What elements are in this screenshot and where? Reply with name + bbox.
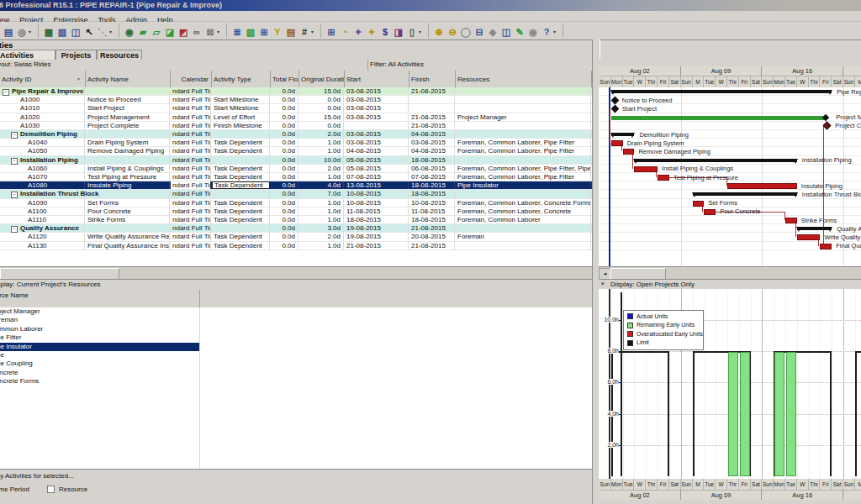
group-row[interactable]: ndard Full Time0.0d2.0d03-08-201504-08-2… bbox=[0, 130, 592, 139]
add-row-icon[interactable]: ▰ bbox=[136, 26, 150, 39]
horizontal-split-icon[interactable]: ⊟ bbox=[473, 26, 486, 39]
progress-spotlight-icon[interactable]: ✦ bbox=[351, 26, 365, 39]
paste-icon[interactable]: ◪ bbox=[163, 26, 177, 39]
table-row[interactable]: A1130Final Quality Assurance Inspectionn… bbox=[0, 242, 592, 250]
bars-settings-icon[interactable]: ▤ bbox=[284, 26, 298, 39]
gantt-task-bar[interactable] bbox=[820, 244, 832, 249]
collapse-icon[interactable]: − bbox=[11, 192, 18, 198]
column-header-total-float[interactable]: Total Float bbox=[271, 71, 299, 87]
table-row[interactable]: A1060Install Piping & Couplingsndard Ful… bbox=[0, 165, 592, 173]
resource-column-header[interactable]: Resource Name bbox=[0, 290, 592, 308]
dropdown-arrow-icon[interactable]: ▾ bbox=[553, 24, 559, 34]
gantt-summary-bar[interactable] bbox=[693, 192, 797, 196]
dropdown-arrow-icon[interactable]: ▾ bbox=[311, 24, 317, 34]
table-row[interactable]: A1120Write Quality Assurance Reportndard… bbox=[0, 233, 592, 241]
print-preview-icon[interactable]: ◎ bbox=[15, 26, 29, 39]
table-row[interactable]: A1080Insulate Pipingndard Full TimeTask … bbox=[0, 181, 592, 190]
resource-row[interactable]: Project Manager bbox=[0, 307, 592, 316]
collapse-icon[interactable]: − bbox=[11, 158, 18, 165]
vertical-split-icon[interactable]: ◫ bbox=[499, 26, 513, 39]
collapse-icon[interactable]: − bbox=[11, 132, 18, 139]
open-layout-icon[interactable]: ▤ bbox=[2, 26, 15, 39]
activity-table-icon[interactable]: ▦ bbox=[42, 26, 55, 39]
gantt-summary-bar[interactable] bbox=[797, 227, 832, 230]
network-view-icon[interactable]: ◫ bbox=[69, 26, 82, 39]
table-row[interactable]: A1000Notice to Proceedndard Full TimeSta… bbox=[0, 96, 592, 104]
gantt-summary-bar[interactable] bbox=[611, 90, 832, 93]
group-row[interactable]: ndard Full Time0.0d3.0d19-08-201521-08-2… bbox=[0, 224, 592, 233]
column-header-calendar[interactable]: Calendar bbox=[171, 71, 212, 87]
clock-icon[interactable]: ◔ bbox=[338, 26, 351, 39]
dropdown-arrow-icon[interactable]: ▾ bbox=[29, 24, 34, 34]
gantt-timescale[interactable]: Aug 02SunMonTueWThrFriSatAug 09SunMTueWT… bbox=[599, 66, 861, 87]
group-row[interactable]: ndard Full Time0.0d10.0d05-08-201518-08-… bbox=[0, 156, 592, 165]
zoom-in-icon[interactable]: ⊕ bbox=[432, 26, 446, 39]
filter-funnel-icon[interactable]: ▼ bbox=[77, 76, 81, 81]
gantt-task-bar[interactable] bbox=[704, 209, 716, 215]
histogram-timescale[interactable]: Aug 02SunMonTueWThrFriSatAug 09SunMTueWT… bbox=[599, 479, 861, 500]
column-header-finish[interactable]: Finish bbox=[409, 71, 456, 87]
find-icon[interactable]: ◉ bbox=[123, 26, 136, 39]
dropdown-arrow-icon[interactable]: ▾ bbox=[109, 24, 115, 34]
dropdown-arrow-icon[interactable]: ▾ bbox=[217, 24, 223, 34]
column-header-start[interactable]: Start bbox=[345, 71, 409, 87]
resource-row[interactable]: Pipe bbox=[0, 351, 592, 360]
costs-icon[interactable]: $ bbox=[378, 26, 392, 39]
filter-funnel-icon[interactable]: Y bbox=[271, 26, 284, 39]
resource-row[interactable]: Common Laborer bbox=[0, 325, 592, 333]
help-icon[interactable]: ? bbox=[540, 26, 553, 39]
column-header-original-duration[interactable]: Original Duration bbox=[299, 71, 345, 87]
column-header-activity-id[interactable]: Activity ID▼ bbox=[0, 71, 86, 87]
gantt-task-bar[interactable] bbox=[611, 140, 623, 146]
focus-icon[interactable]: ◈ bbox=[486, 26, 499, 39]
collapse-icon[interactable]: − bbox=[11, 226, 18, 233]
column-header-activity-type[interactable]: Activity Type bbox=[212, 71, 271, 87]
media-icon[interactable]: ⊠ bbox=[203, 26, 217, 39]
zoom-out-icon[interactable]: ⊖ bbox=[446, 26, 459, 39]
resource-row[interactable]: Foreman bbox=[0, 316, 592, 324]
gantt-task-bar[interactable] bbox=[727, 183, 797, 189]
resource-row[interactable]: Concrete Forms bbox=[0, 377, 592, 386]
gantt-task-bar[interactable] bbox=[658, 175, 669, 181]
web-icon[interactable]: ◉ bbox=[526, 26, 540, 39]
table-row[interactable]: A1050Remove Damaged Pipingndard Full Tim… bbox=[0, 147, 592, 155]
gantt-hscrollbar[interactable]: ◄ bbox=[599, 266, 861, 279]
scrollbar-thumb[interactable] bbox=[610, 268, 666, 279]
roles-icon[interactable]: ✦ bbox=[365, 26, 378, 39]
notes-icon[interactable]: ✎ bbox=[513, 26, 526, 39]
scroll-left-button[interactable]: ◄ bbox=[599, 268, 611, 279]
column-header-activity-name[interactable]: Activity Name bbox=[86, 71, 171, 87]
link-activities-icon[interactable]: ∞ bbox=[190, 26, 203, 39]
resource-row[interactable]: Pipe Insulator bbox=[0, 343, 592, 351]
table-row[interactable]: A1040Drain Piping Systemndard Full TimeT… bbox=[0, 139, 592, 147]
notebook-icon[interactable]: ◩ bbox=[177, 26, 190, 39]
table-row[interactable]: A1020Project Managementndard Full TimeLe… bbox=[0, 113, 592, 122]
group-row[interactable]: ndard Full Time0.0d7.0d10-08-201518-08-2… bbox=[0, 190, 592, 198]
scrollbar-thumb[interactable] bbox=[0, 268, 119, 280]
zoom-fit-icon[interactable]: ◯ bbox=[459, 26, 473, 39]
gantt-summary-bar[interactable] bbox=[634, 159, 796, 162]
group-sort-icon[interactable]: ≣ bbox=[230, 26, 244, 39]
table-row[interactable]: A1030Project Completendard Full TimeFini… bbox=[0, 122, 592, 130]
resource-row[interactable]: Pipe Coupling bbox=[0, 360, 592, 368]
activity-table-header[interactable]: Activity ID▼Activity NameCalendarActivit… bbox=[0, 71, 592, 88]
gantt-task-bar[interactable] bbox=[634, 166, 658, 172]
timescale-icon[interactable]: ⊞ bbox=[257, 26, 271, 39]
columns-icon[interactable]: ▥ bbox=[244, 26, 257, 39]
preferences-icon[interactable]: ▯ bbox=[405, 26, 419, 39]
reports-icon[interactable]: ◨ bbox=[392, 26, 405, 39]
table-hscrollbar[interactable] bbox=[0, 266, 592, 280]
select-cursor-icon[interactable]: ↖ bbox=[82, 26, 96, 39]
table-row[interactable]: A1010Start Projectndard Full TimeStart M… bbox=[0, 104, 592, 113]
table-row[interactable]: A1070Test Piping at Pressurendard Full T… bbox=[0, 173, 592, 181]
resource-row[interactable]: Concrete bbox=[0, 369, 592, 377]
collapse-icon[interactable]: − bbox=[3, 89, 9, 96]
resource-row[interactable]: Pipe Fitter bbox=[0, 333, 592, 342]
table-row[interactable]: A1110Strike Formsndard Full TimeTask Dep… bbox=[0, 216, 592, 224]
wbs-view-icon[interactable]: ▥ bbox=[55, 26, 69, 39]
group-row[interactable]: ndard Full Time0.0d15.0d03-08-201521-08-… bbox=[0, 87, 592, 96]
gantt-task-bar[interactable] bbox=[693, 201, 705, 207]
trace-logic-icon[interactable]: ⋱ bbox=[96, 26, 109, 39]
dropdown-arrow-icon[interactable]: ▾ bbox=[419, 24, 425, 34]
column-header-resources[interactable]: Resources bbox=[456, 71, 592, 87]
